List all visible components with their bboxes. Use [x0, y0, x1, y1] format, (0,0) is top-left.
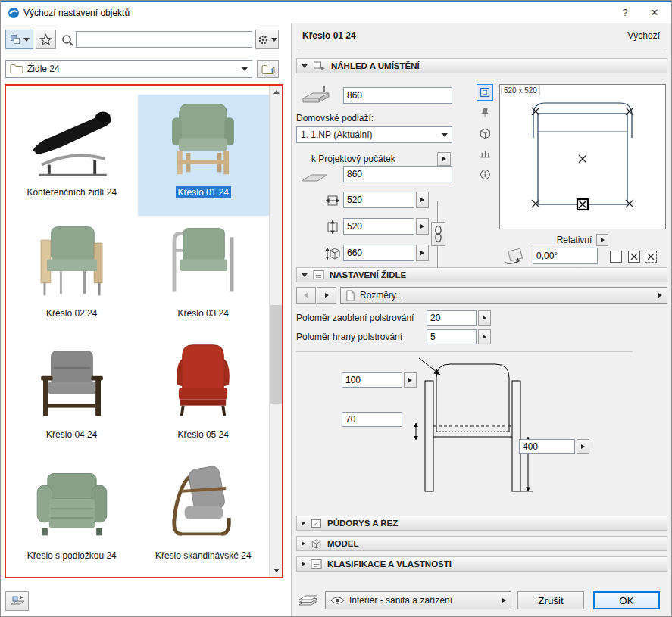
titlebar[interactable]: Výchozí nastavení objektů ? ✕ [1, 2, 671, 23]
prev-page-button[interactable] [296, 287, 316, 304]
param2-input[interactable] [427, 329, 477, 344]
symbol-2d-icon [478, 86, 492, 99]
param1-options-button[interactable] [478, 310, 491, 326]
app-logo-icon [8, 7, 20, 19]
home-storey-select[interactable]: 1. 1.NP (Aktuální) [296, 126, 452, 143]
chair-wood-side-image [14, 216, 130, 305]
help-button[interactable]: ? [612, 2, 638, 23]
arrow-right-icon [483, 316, 486, 320]
cube-3d-icon [479, 127, 492, 140]
object-thumb-label: Křeslo s podložkou 24 [25, 550, 119, 562]
depth-options-button[interactable] [416, 218, 429, 235]
divider [298, 51, 666, 51]
section-chair-settings[interactable]: NASTAVENÍ ŽIDLE [296, 267, 667, 282]
object-thumb-kreslo-02[interactable]: Křeslo 02 24 [6, 216, 138, 337]
section-classification[interactable]: KLASIFIKACE A VLASTNOSTI [296, 556, 667, 572]
preview-2d-symbol-button[interactable] [477, 84, 493, 101]
classification-list-icon [311, 559, 322, 569]
placement-preview[interactable]: 520 x 520 [499, 84, 666, 229]
rotation-angle-input[interactable] [533, 248, 598, 264]
width-input[interactable] [343, 192, 414, 208]
relative-options-button[interactable] [596, 234, 608, 246]
preview-placement-icon [313, 61, 326, 72]
close-button[interactable]: ✕ [638, 2, 671, 23]
scrollbar-up-button[interactable] [270, 86, 283, 98]
favorites-button[interactable] [36, 30, 56, 49]
height-dimension-icon [325, 246, 340, 261]
object-thumb-label: Křeslo 03 24 [176, 307, 231, 319]
scrollbar-thumb[interactable] [270, 305, 282, 404]
section-rail-icon [479, 148, 492, 160]
preview-3d-button[interactable] [477, 125, 493, 142]
caret-down-icon [242, 67, 248, 71]
selected-object-name: Křeslo 01 24 [302, 30, 356, 41]
settings-page-select[interactable]: Rozměry... [340, 287, 667, 304]
bottom-elevation-input[interactable] [343, 166, 452, 182]
chair-front-view-drawing [411, 357, 536, 516]
object-browser-panel: Židle 24 [1, 23, 291, 617]
mirror-toggle-x[interactable] [628, 251, 640, 263]
object-thumb-kreslo-03[interactable]: Křeslo 03 24 [138, 216, 270, 337]
folder-icon [10, 64, 23, 74]
section-title: NASTAVENÍ ŽIDLE [330, 270, 406, 279]
home-storey-label: Domovské podlaží: [296, 113, 374, 123]
link-dimensions-button[interactable] [431, 222, 445, 246]
diagram-dim3-input[interactable] [519, 439, 575, 454]
wingback-red-image [145, 337, 261, 426]
preview-section-button[interactable] [477, 145, 493, 162]
ok-button[interactable]: OK [593, 591, 660, 609]
transfer-settings-icon [9, 594, 26, 608]
section-expanded-icon [302, 64, 308, 68]
width-options-button[interactable] [416, 192, 429, 208]
param2-options-button[interactable] [478, 329, 491, 344]
mirror-toggle-dashed[interactable] [645, 251, 657, 263]
depth-input[interactable] [343, 218, 414, 235]
diagram-dim2-input[interactable] [342, 412, 402, 427]
object-thumb-kreslo-skandinavske[interactable]: Křeslo skandinávské 24 [138, 458, 270, 578]
section-model[interactable]: MODEL [296, 536, 667, 551]
height-options-button[interactable] [416, 245, 429, 261]
folder-up-button[interactable] [257, 60, 279, 78]
pin-icon [479, 107, 491, 119]
diagram-dim1-input[interactable] [342, 372, 402, 388]
object-thumb-kreslo-s-podlozkou[interactable]: Křeslo s podložkou 24 [6, 458, 138, 578]
layer-select-value: Interiér - sanita a zařízení [349, 595, 452, 606]
list-scrollbar[interactable] [269, 86, 282, 577]
default-state-label: Výchozí [627, 30, 660, 41]
object-thumb-kreslo-01[interactable]: Křeslo 01 24 [138, 95, 270, 216]
folder-view-icon [9, 33, 21, 45]
height-input[interactable] [343, 245, 414, 261]
cancel-button[interactable]: Zrušit [517, 591, 584, 609]
preview-info-button[interactable] [477, 166, 493, 182]
folder-select[interactable]: Židle 24 [5, 60, 252, 78]
next-page-button[interactable] [317, 287, 336, 304]
arrow-right-icon [325, 293, 329, 298]
top-elevation-input[interactable] [343, 87, 452, 104]
section-title: KLASIFIKACE A VLASTNOSTI [327, 559, 452, 569]
object-thumb-konferencnich-zidli[interactable]: Konferenčních židlí 24 [6, 95, 138, 216]
arrow-right-icon [420, 251, 424, 255]
anchor-reference-button[interactable] [437, 152, 451, 166]
settings-page-value: Rozměry... [360, 290, 403, 301]
browser-settings-button[interactable] [255, 30, 279, 49]
view-mode-button[interactable] [5, 30, 33, 49]
mirror-toggle-off[interactable] [610, 251, 622, 263]
param1-input[interactable] [427, 310, 477, 326]
section-collapsed-icon [302, 521, 305, 525]
transfer-settings-button[interactable] [5, 591, 29, 611]
chair-settings-icon [313, 270, 324, 280]
layer-select[interactable]: Interiér - sanita a zařízení [325, 591, 511, 609]
scrollbar-down-button[interactable] [270, 564, 283, 577]
object-grid: Konferenčních židlí 24 [6, 86, 269, 577]
section-plan-section[interactable]: PŮDORYS A ŘEZ [296, 516, 667, 531]
section-title: MODEL [327, 539, 359, 548]
search-input[interactable] [76, 31, 252, 48]
preview-pin-button[interactable] [477, 104, 493, 121]
object-thumb-kreslo-05[interactable]: Křeslo 05 24 [138, 337, 270, 458]
object-thumb-kreslo-04[interactable]: Křeslo 04 24 [6, 337, 138, 458]
arrow-right-icon [483, 335, 486, 339]
diagram-dim3-options-button[interactable] [577, 439, 589, 454]
arrow-right-icon [420, 198, 424, 202]
arrow-left-icon [304, 292, 308, 298]
section-preview-placement[interactable]: NÁHLED A UMÍSTĚNÍ [296, 58, 667, 73]
